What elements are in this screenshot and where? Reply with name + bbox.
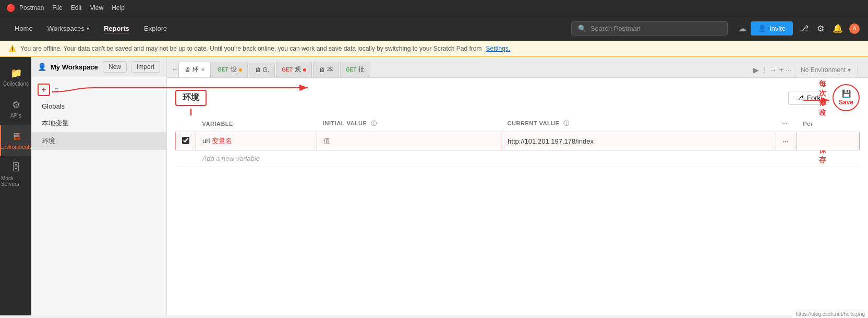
env-tab-icon: 🖥 [184, 66, 190, 74]
env-header-actions: ⎇ Fork 每次修改后 必须保存 [788, 84, 860, 111]
row-checkbox[interactable] [182, 137, 189, 144]
navbar: Home Workspaces ▾ Reports Explore 🔍 ☁ 👤 … [0, 16, 868, 41]
get-method-label: GET [218, 67, 228, 73]
initial-value-annotation: 值 [323, 137, 330, 145]
environments-icon: 🖥 [11, 131, 21, 142]
tab-right-actions: ▶ ⋮ → + ··· No Environment ▾ [753, 63, 864, 77]
cloud-icon: ☁ [738, 23, 746, 33]
tab-g-icon: 🖥 [255, 66, 261, 74]
list-item-environment[interactable]: 环境 [31, 132, 166, 150]
notifications-icon[interactable]: 🔔 [830, 21, 845, 36]
add-variable-label[interactable]: Add a new variable [196, 150, 860, 167]
sidebar-item-mock-servers[interactable]: 🗄 Mock Servers [0, 156, 31, 193]
variable-name: url [202, 137, 212, 145]
unsaved-dot [239, 68, 242, 72]
invite-button[interactable]: 👤 Invite [751, 21, 793, 36]
invite-icon: 👤 [758, 25, 766, 32]
nav-workspaces[interactable]: Workspaces ▾ [41, 21, 95, 36]
variables-table-wrapper: VARIABLE INITIAL VALUE ⓘ CURRENT VALUE ⓘ… [167, 115, 868, 315]
search-input[interactable] [590, 25, 721, 32]
tab-back-button[interactable]: ← [171, 65, 178, 74]
col-variable: VARIABLE [196, 115, 317, 132]
row-more-cell[interactable]: ··· [776, 132, 797, 150]
settings-icon[interactable]: ⚙ [815, 21, 826, 36]
environment-list: + ≡ Globals 本地变量 环境 [31, 77, 166, 315]
col-current-value: CURRENT VALUE ⓘ [501, 115, 776, 132]
menu-help[interactable]: Help [112, 4, 125, 11]
warning-icon: ⚠️ [8, 45, 16, 52]
tab-get-pi[interactable]: GET 批 [340, 62, 371, 77]
workspaces-chevron-icon: ▾ [87, 26, 89, 31]
nav-reports[interactable]: Reports [98, 21, 136, 36]
list-item-local-vars[interactable]: 本地变量 [31, 114, 166, 132]
tab-ben[interactable]: 🖥 本 [313, 62, 339, 77]
app-logo: 🔴 [6, 4, 15, 12]
nav-actions: ☁ 👤 Invite ⎇ ⚙ 🔔 A [738, 21, 860, 36]
add-variable-row[interactable]: Add a new variable [176, 150, 860, 167]
nav-home[interactable]: Home [8, 21, 39, 36]
nav-explore[interactable]: Explore [138, 21, 173, 36]
col-persist: Per [797, 115, 859, 132]
sidebar-item-collections[interactable]: 📁 Collections [0, 61, 31, 93]
more-tabs-button[interactable]: ··· [786, 66, 792, 74]
row-checkbox-cell[interactable] [176, 132, 196, 150]
env-header: 环境 ⎇ Fork [167, 78, 868, 115]
col-more: ··· [776, 115, 797, 132]
current-value: http://101.201.197.178/index [508, 137, 594, 145]
tab-more-label: ⋮ [761, 66, 767, 74]
tab-forward-button[interactable]: → [769, 66, 777, 74]
tab-get-shezhi[interactable]: GET 设 [212, 62, 248, 77]
save-icon: 💾 [842, 89, 851, 98]
new-button[interactable]: New [103, 61, 127, 73]
row-more-icon: ··· [782, 137, 788, 145]
avatar: A [849, 23, 860, 34]
save-button[interactable]: 💾 Save [833, 84, 860, 111]
bottom-url: https://blog.csdn.net/hello.png [792, 310, 868, 315]
import-button[interactable]: Import [131, 61, 160, 73]
row-current-value-cell[interactable]: http://101.201.197.178/index [501, 132, 776, 150]
list-toolbar: + ≡ [31, 81, 166, 98]
menu-edit[interactable]: Edit [71, 4, 82, 11]
close-tab-icon[interactable]: ✕ [201, 67, 205, 73]
content-area: 环境 ⎇ Fork [167, 78, 868, 315]
initial-info-icon: ⓘ [371, 120, 377, 126]
table-header-row: VARIABLE INITIAL VALUE ⓘ CURRENT VALUE ⓘ… [176, 115, 860, 132]
settings-link[interactable]: Settings. [486, 45, 510, 52]
row-variable-cell[interactable]: url 变量名 [196, 132, 317, 150]
environment-title: 环境 [175, 90, 207, 106]
col-checkbox [176, 115, 196, 132]
tab-get-jiance[interactable]: GET 观 [276, 62, 312, 77]
tab-env[interactable]: 🖥 环 ✕ [178, 62, 211, 78]
new-tab-button[interactable]: + [779, 65, 783, 75]
sidebar-item-apis[interactable]: ⚙ APIs [0, 93, 31, 125]
tab-ben-icon: 🖥 [319, 66, 325, 74]
env-title-wrapper: 环境 [175, 90, 207, 106]
col-initial-value: INITIAL VALUE ⓘ [317, 115, 501, 132]
offline-banner: ⚠️ You are offline. Your data can't be s… [0, 41, 868, 57]
plus-icon: + [41, 85, 46, 95]
tab-nav-buttons: ← 🖥 环 ✕ GET 设 🖥 G. GET 观 [171, 62, 371, 77]
workspace-header: 👤 My Workspace New Import [31, 57, 166, 77]
variables-table: VARIABLE INITIAL VALUE ⓘ CURRENT VALUE ⓘ… [175, 115, 860, 167]
filter-icon[interactable]: ≡ [54, 86, 58, 94]
run-button[interactable]: ▶ [753, 66, 759, 74]
no-environment[interactable]: No Environment ▾ [794, 63, 858, 77]
menu-file[interactable]: File [52, 4, 62, 11]
row-persist-cell [797, 132, 859, 150]
titlebar-menu: File Edit View Help [52, 4, 125, 11]
sidebar-item-environments[interactable]: 🖥 Environments [0, 125, 31, 156]
tab-g[interactable]: 🖥 G. [249, 63, 275, 77]
unsaved-dot-2 [303, 68, 306, 72]
fork-icon: ⎇ [796, 94, 804, 102]
menu-view[interactable]: View [90, 4, 103, 11]
apis-icon: ⚙ [12, 99, 20, 111]
current-info-icon: ⓘ [563, 120, 570, 126]
list-item-globals[interactable]: Globals [31, 98, 166, 114]
search-bar[interactable]: 🔍 [571, 21, 728, 36]
add-environment-button[interactable]: + [38, 84, 50, 96]
git-icon[interactable]: ⎇ [797, 21, 811, 36]
row-initial-value-cell[interactable]: 值 [317, 132, 501, 150]
tab-bar: ← 🖥 环 ✕ GET 设 🖥 G. GET 观 [167, 57, 868, 78]
save-area: 每次修改后 必须保存 💾 [833, 84, 860, 111]
search-icon: 🔍 [578, 25, 586, 32]
